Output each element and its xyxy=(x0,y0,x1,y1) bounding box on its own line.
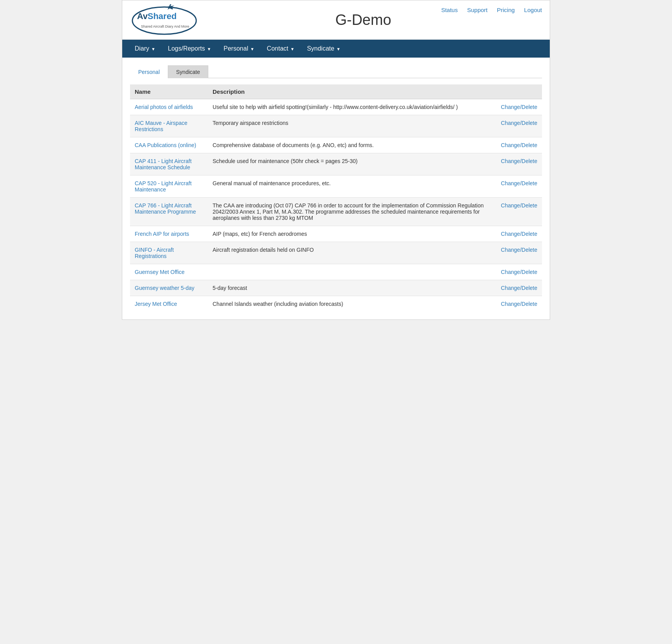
link-description: Temporary airspace restrictions xyxy=(208,115,495,137)
table-row: Guernsey weather 5-day5-day forecastChan… xyxy=(130,280,542,296)
link-name-cell: Jersey Met Office xyxy=(130,296,208,312)
change-delete-link[interactable]: Change/Delete xyxy=(501,180,537,186)
change-delete-link[interactable]: Change/Delete xyxy=(501,158,537,164)
link-name-cell: CAA Publications (online) xyxy=(130,137,208,153)
link-description xyxy=(208,264,495,280)
change-delete-link[interactable]: Change/Delete xyxy=(501,231,537,237)
table-row: French AIP for airportsAIP (maps, etc) f… xyxy=(130,226,542,242)
change-delete-link[interactable]: Change/Delete xyxy=(501,142,537,148)
link-name[interactable]: CAP 766 - Light Aircraft Maintenance Pro… xyxy=(135,202,196,215)
table-row: CAP 411 - Light Aircraft Maintenance Sch… xyxy=(130,153,542,175)
link-description: AIP (maps, etc) for French aerodromes xyxy=(208,226,495,242)
change-delete-link[interactable]: Change/Delete xyxy=(501,202,537,209)
col-header-name: Name xyxy=(130,84,208,99)
svg-text:Shared: Shared xyxy=(148,11,177,21)
personal-arrow-icon: ▼ xyxy=(250,47,254,51)
action-cell: Change/Delete xyxy=(495,115,542,137)
link-name-cell: CAP 766 - Light Aircraft Maintenance Pro… xyxy=(130,198,208,226)
link-name-cell: CAP 520 - Light Aircraft Maintenance xyxy=(130,175,208,198)
link-name-cell: AIC Mauve - Airspace Restrictions xyxy=(130,115,208,137)
change-delete-link[interactable]: Change/Delete xyxy=(501,104,537,110)
nav-logs-reports[interactable]: Logs/Reports ▼ xyxy=(162,40,217,58)
table-row: AIC Mauve - Airspace RestrictionsTempora… xyxy=(130,115,542,137)
page-header: Av Shared Shared Aircraft Diary And More… xyxy=(122,0,550,40)
link-name-cell: Guernsey Met Office xyxy=(130,264,208,280)
tab-personal[interactable]: Personal xyxy=(130,65,168,78)
link-name[interactable]: CAP 520 - Light Aircraft Maintenance xyxy=(135,180,192,193)
link-description: General manual of maintenance procedures… xyxy=(208,175,495,198)
main-navigation: Diary ▼ Logs/Reports ▼ Personal ▼ Contac… xyxy=(122,40,550,58)
site-title: G-Demo xyxy=(185,12,542,28)
logout-link[interactable]: Logout xyxy=(524,7,542,13)
col-header-action xyxy=(495,84,542,99)
link-name-cell: Guernsey weather 5-day xyxy=(130,280,208,296)
link-name[interactable]: CAA Publications (online) xyxy=(135,142,196,148)
main-content: Personal Syndicate Name Description Aeri… xyxy=(122,58,550,319)
action-cell: Change/Delete xyxy=(495,296,542,312)
link-name[interactable]: Guernsey weather 5-day xyxy=(135,285,194,291)
action-cell: Change/Delete xyxy=(495,226,542,242)
link-name-cell: CAP 411 - Light Aircraft Maintenance Sch… xyxy=(130,153,208,175)
svg-text:Shared Aircraft Diary And More: Shared Aircraft Diary And More xyxy=(141,25,189,28)
table-row: CAA Publications (online)Comprehensive d… xyxy=(130,137,542,153)
link-name[interactable]: CAP 411 - Light Aircraft Maintenance Sch… xyxy=(135,158,192,170)
table-row: CAP 766 - Light Aircraft Maintenance Pro… xyxy=(130,198,542,226)
link-name[interactable]: French AIP for airports xyxy=(135,231,189,237)
tab-bar: Personal Syndicate xyxy=(130,65,542,78)
link-description: Schedule used for maintenance (50hr chec… xyxy=(208,153,495,175)
link-description: Comprehensive database of documents (e.g… xyxy=(208,137,495,153)
top-navigation: Status Support Pricing Logout xyxy=(441,7,542,13)
col-header-description: Description xyxy=(208,84,495,99)
link-name[interactable]: GINFO - Aircraft Registrations xyxy=(135,247,174,259)
support-link[interactable]: Support xyxy=(467,7,488,13)
svg-text:Av: Av xyxy=(137,11,148,21)
link-name-cell: GINFO - Aircraft Registrations xyxy=(130,242,208,264)
link-name-cell: French AIP for airports xyxy=(130,226,208,242)
pricing-link[interactable]: Pricing xyxy=(497,7,515,13)
link-description: Aircraft registration details held on GI… xyxy=(208,242,495,264)
table-row: Guernsey Met OfficeChange/Delete xyxy=(130,264,542,280)
change-delete-link[interactable]: Change/Delete xyxy=(501,285,537,291)
link-name[interactable]: AIC Mauve - Airspace Restrictions xyxy=(135,120,187,132)
links-table: Name Description Aerial photos of airfie… xyxy=(130,84,542,312)
link-name[interactable]: Guernsey Met Office xyxy=(135,269,185,275)
link-description: The CAA are introducing (Oct 07) CAP 766… xyxy=(208,198,495,226)
diary-arrow-icon: ▼ xyxy=(151,47,155,51)
syndicate-arrow-icon: ▼ xyxy=(336,47,341,51)
link-description: Channel Islands weather (including aviat… xyxy=(208,296,495,312)
change-delete-link[interactable]: Change/Delete xyxy=(501,301,537,307)
action-cell: Change/Delete xyxy=(495,198,542,226)
action-cell: Change/Delete xyxy=(495,175,542,198)
action-cell: Change/Delete xyxy=(495,242,542,264)
nav-syndicate[interactable]: Syndicate ▼ xyxy=(301,40,347,58)
action-cell: Change/Delete xyxy=(495,264,542,280)
action-cell: Change/Delete xyxy=(495,280,542,296)
nav-contact[interactable]: Contact ▼ xyxy=(260,40,301,58)
table-row: CAP 520 - Light Aircraft MaintenanceGene… xyxy=(130,175,542,198)
link-name[interactable]: Aerial photos of airfields xyxy=(135,104,193,110)
link-description: Useful site to help with airfield spotti… xyxy=(208,99,495,115)
action-cell: Change/Delete xyxy=(495,99,542,115)
table-row: Jersey Met OfficeChannel Islands weather… xyxy=(130,296,542,312)
nav-personal[interactable]: Personal ▼ xyxy=(217,40,260,58)
table-row: Aerial photos of airfieldsUseful site to… xyxy=(130,99,542,115)
logs-arrow-icon: ▼ xyxy=(207,47,211,51)
change-delete-link[interactable]: Change/Delete xyxy=(501,247,537,253)
link-description: 5-day forecast xyxy=(208,280,495,296)
table-row: GINFO - Aircraft RegistrationsAircraft r… xyxy=(130,242,542,264)
link-name-cell: Aerial photos of airfields xyxy=(130,99,208,115)
status-link[interactable]: Status xyxy=(441,7,458,13)
contact-arrow-icon: ▼ xyxy=(290,47,294,51)
tab-syndicate[interactable]: Syndicate xyxy=(168,65,208,78)
change-delete-link[interactable]: Change/Delete xyxy=(501,120,537,126)
link-name[interactable]: Jersey Met Office xyxy=(135,301,177,307)
change-delete-link[interactable]: Change/Delete xyxy=(501,269,537,275)
nav-diary[interactable]: Diary ▼ xyxy=(128,40,162,58)
action-cell: Change/Delete xyxy=(495,153,542,175)
action-cell: Change/Delete xyxy=(495,137,542,153)
